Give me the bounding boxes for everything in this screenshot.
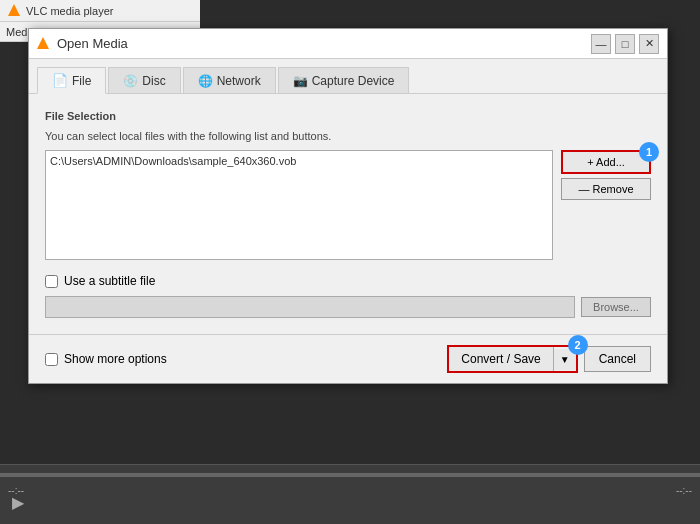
vlc-logo-icon bbox=[8, 4, 20, 16]
dialog-close-button[interactable]: ✕ bbox=[639, 34, 659, 54]
file-path: C:\Users\ADMIN\Downloads\sample_640x360.… bbox=[50, 155, 296, 167]
file-selection-desc: You can select local files with the foll… bbox=[45, 130, 651, 142]
badge-1: 1 bbox=[639, 142, 659, 162]
dialog-body: File Selection You can select local file… bbox=[29, 94, 667, 334]
subtitle-checkbox-label: Use a subtitle file bbox=[64, 274, 155, 288]
vlc-bottom-controls: --:-- --:-- ▶ bbox=[0, 464, 700, 524]
capture-icon bbox=[293, 74, 308, 88]
tab-disc[interactable]: Disc bbox=[108, 67, 180, 93]
dialog-maximize-button[interactable]: □ bbox=[615, 34, 635, 54]
convert-save-button[interactable]: Convert / Save bbox=[449, 347, 553, 371]
subtitle-input-row: Browse... bbox=[45, 296, 651, 318]
footer-buttons: Convert / Save ▼ 2 Cancel bbox=[447, 345, 651, 373]
vlc-time-right: --:-- bbox=[676, 485, 692, 496]
tab-disc-label: Disc bbox=[142, 74, 165, 88]
subtitle-input[interactable] bbox=[45, 296, 575, 318]
file-buttons: + Add... 1 — Remove bbox=[561, 150, 651, 200]
cancel-button[interactable]: Cancel bbox=[584, 346, 651, 372]
tab-network[interactable]: Network bbox=[183, 67, 276, 93]
file-list-box[interactable]: C:\Users\ADMIN\Downloads\sample_640x360.… bbox=[45, 150, 553, 260]
convert-save-group: Convert / Save ▼ bbox=[447, 345, 577, 373]
dialog-minimize-button[interactable]: — bbox=[591, 34, 611, 54]
tab-capture[interactable]: Capture Device bbox=[278, 67, 410, 93]
vlc-timeline[interactable] bbox=[0, 473, 700, 477]
dialog-vlc-icon bbox=[37, 37, 49, 49]
vlc-title: VLC media player bbox=[26, 5, 113, 17]
remove-button[interactable]: — Remove bbox=[561, 178, 651, 200]
subtitle-checkbox[interactable] bbox=[45, 275, 58, 288]
browse-button[interactable]: Browse... bbox=[581, 297, 651, 317]
dialog-window-controls: — □ ✕ bbox=[591, 34, 659, 54]
subtitle-section: Use a subtitle file Browse... bbox=[45, 274, 651, 318]
tab-capture-label: Capture Device bbox=[312, 74, 395, 88]
subtitle-checkbox-row: Use a subtitle file bbox=[45, 274, 651, 288]
vlc-play-button[interactable]: ▶ bbox=[12, 493, 24, 512]
vlc-controls: ▶ bbox=[12, 493, 24, 512]
show-more-label: Show more options bbox=[64, 352, 167, 366]
show-more-checkbox[interactable] bbox=[45, 353, 58, 366]
tab-file[interactable]: 📄 File bbox=[37, 67, 106, 94]
dialog-footer: Show more options Convert / Save ▼ 2 Can… bbox=[29, 334, 667, 383]
badge-2: 2 bbox=[568, 335, 588, 355]
network-icon bbox=[198, 74, 213, 88]
tab-file-label: File bbox=[72, 74, 91, 88]
file-selection-label: File Selection bbox=[45, 110, 651, 122]
dialog-title-left: Open Media bbox=[37, 36, 128, 51]
tab-network-label: Network bbox=[217, 74, 261, 88]
tabs-bar: 📄 File Disc Network Capture Device bbox=[29, 59, 667, 94]
convert-save-wrapper: Convert / Save ▼ 2 bbox=[447, 345, 577, 373]
file-icon: 📄 bbox=[52, 73, 68, 88]
dialog-title: Open Media bbox=[57, 36, 128, 51]
add-button-wrapper: + Add... 1 bbox=[561, 150, 651, 174]
open-media-dialog: Open Media — □ ✕ 📄 File Disc Network Cap… bbox=[28, 28, 668, 384]
add-button[interactable]: + Add... bbox=[561, 150, 651, 174]
vlc-titlebar: VLC media player bbox=[0, 0, 200, 22]
file-area: C:\Users\ADMIN\Downloads\sample_640x360.… bbox=[45, 150, 651, 260]
dialog-titlebar: Open Media — □ ✕ bbox=[29, 29, 667, 59]
disc-icon bbox=[123, 74, 138, 88]
show-more-row: Show more options bbox=[45, 352, 167, 366]
